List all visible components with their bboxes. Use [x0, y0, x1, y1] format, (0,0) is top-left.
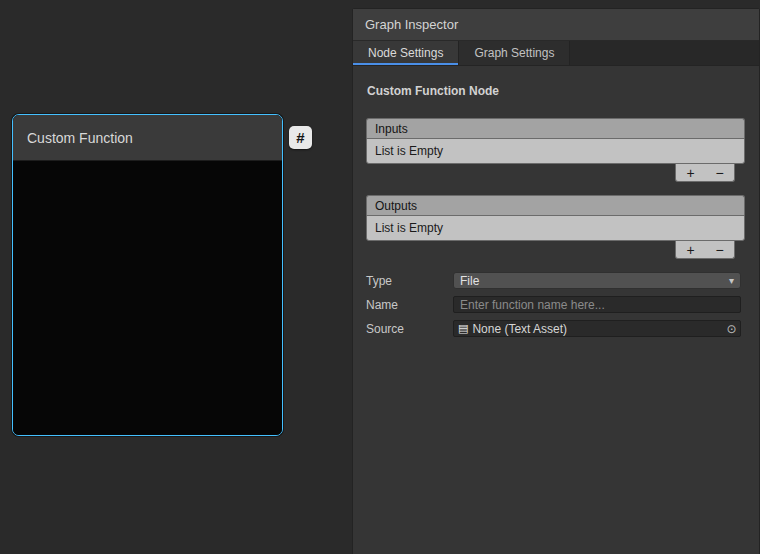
inputs-list-header: Inputs [366, 118, 745, 138]
hash-badge-icon[interactable]: # [289, 126, 312, 149]
inputs-add-button[interactable]: + [679, 165, 703, 181]
node-body [13, 161, 282, 435]
tab-graph-settings[interactable]: Graph Settings [459, 41, 570, 65]
inputs-list-body[interactable]: List is Empty [366, 138, 745, 164]
graph-canvas[interactable]: Custom Function # Graph Inspector Node S… [0, 0, 760, 554]
section-title: Custom Function Node [367, 84, 744, 98]
object-picker-icon[interactable]: ⊙ [723, 321, 740, 336]
inputs-remove-button[interactable]: − [708, 165, 732, 181]
outputs-list-body[interactable]: List is Empty [366, 215, 745, 241]
tab-graph-settings-label: Graph Settings [474, 46, 554, 60]
function-name-input[interactable] [453, 296, 741, 313]
outputs-list-title: Outputs [375, 199, 417, 213]
inputs-empty-label: List is Empty [375, 144, 443, 158]
inputs-list-title: Inputs [375, 122, 408, 136]
source-label: Source [366, 322, 453, 336]
chevron-down-icon: ▾ [729, 275, 734, 286]
outputs-list: Outputs List is Empty + − [366, 195, 745, 259]
inspector-title: Graph Inspector [365, 17, 458, 32]
outputs-footer-bar: + − [675, 241, 735, 259]
outputs-remove-button[interactable]: − [708, 242, 732, 258]
custom-function-node[interactable]: Custom Function [12, 114, 283, 436]
tab-node-settings-label: Node Settings [368, 46, 443, 60]
outputs-empty-label: List is Empty [375, 221, 443, 235]
node-settings-fields: Type File ▾ Name Source ▤ None (Text Ass… [366, 272, 745, 337]
outputs-list-footer: + − [366, 241, 745, 259]
name-field-row: Name [366, 296, 745, 313]
node-header[interactable]: Custom Function [13, 115, 282, 161]
type-dropdown[interactable]: File ▾ [453, 272, 741, 289]
source-object-value: None (Text Asset) [472, 322, 567, 336]
node-title: Custom Function [27, 130, 133, 146]
graph-inspector-panel: Graph Inspector Node Settings Graph Sett… [352, 8, 760, 554]
tab-node-settings[interactable]: Node Settings [353, 41, 459, 65]
text-asset-icon: ▤ [458, 322, 468, 335]
inspector-tab-bar: Node Settings Graph Settings [353, 41, 759, 66]
type-field-row: Type File ▾ [366, 272, 745, 289]
name-label: Name [366, 298, 453, 312]
type-label: Type [366, 274, 453, 288]
inputs-list: Inputs List is Empty + − [366, 118, 745, 182]
outputs-add-button[interactable]: + [679, 242, 703, 258]
type-dropdown-value: File [460, 274, 479, 288]
inspector-title-bar[interactable]: Graph Inspector [353, 9, 759, 41]
outputs-list-header: Outputs [366, 195, 745, 215]
source-field-row: Source ▤ None (Text Asset) ⊙ [366, 320, 745, 337]
source-object-field[interactable]: ▤ None (Text Asset) ⊙ [453, 320, 741, 337]
inputs-list-footer: + − [366, 164, 745, 182]
inputs-footer-bar: + − [675, 164, 735, 182]
inspector-content: Custom Function Node Inputs List is Empt… [353, 66, 759, 337]
